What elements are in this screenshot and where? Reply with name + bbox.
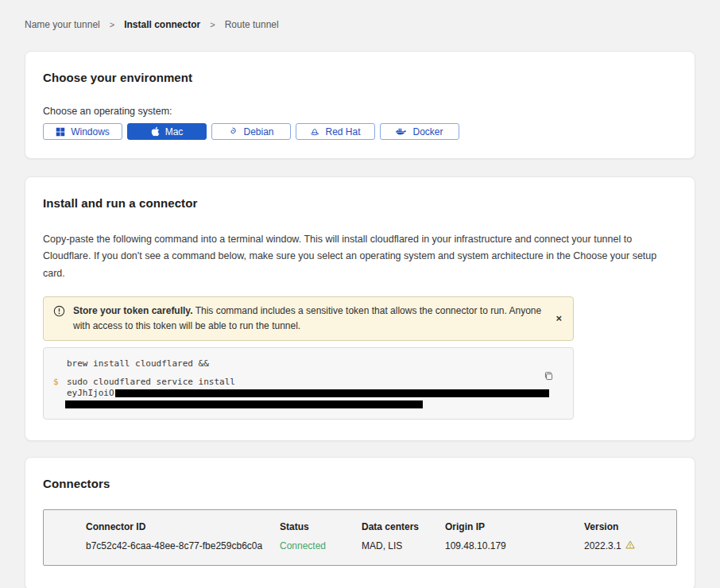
os-button-redhat[interactable]: Red Hat <box>296 123 375 140</box>
col-header-version: Version <box>584 521 676 532</box>
code-line-sudo: $sudo cloudflared service install <box>53 377 541 388</box>
debian-icon <box>228 127 238 137</box>
tunnel-setup-page: Name your tunnel > Install connector > R… <box>0 0 720 588</box>
os-button-mac[interactable]: Mac <box>127 123 207 140</box>
redacted-token-bar <box>65 400 423 408</box>
connectors-card: Connectors Connector ID Status Data cent… <box>25 457 695 588</box>
os-select-label: Choose an operating system: <box>43 106 677 117</box>
col-header-origin-ip: Origin IP <box>445 521 584 532</box>
version-cell: 2022.3.1 <box>584 540 676 551</box>
os-button-label: Debian <box>243 126 273 137</box>
code-line-brew: brew install cloudflared && <box>53 358 541 369</box>
breadcrumb-step-name-tunnel[interactable]: Name your tunnel <box>25 19 100 30</box>
redacted-token-bar <box>115 389 549 397</box>
col-header-status: Status <box>280 521 362 532</box>
table-header-row: Connector ID Status Data centers Origin … <box>86 521 676 532</box>
os-button-windows[interactable]: Windows <box>43 123 122 140</box>
install-card-title: Install and run a connector <box>43 196 677 210</box>
warning-triangle-icon <box>625 540 635 551</box>
os-button-label: Windows <box>71 126 110 137</box>
os-button-group: Windows Mac Debian Red Hat <box>43 123 677 140</box>
breadcrumb-step-install-connector[interactable]: Install connector <box>124 19 200 30</box>
install-card: Install and run a connector Copy-paste t… <box>25 176 695 441</box>
os-button-docker[interactable]: Docker <box>380 123 459 140</box>
environment-card-title: Choose your environment <box>43 71 677 84</box>
col-header-connector-id: Connector ID <box>86 521 280 532</box>
install-description: Copy-paste the following command into a … <box>43 231 675 282</box>
copy-icon[interactable] <box>544 371 554 381</box>
code-line-token-2 <box>53 398 541 409</box>
code-line-sudo-text: sudo cloudflared service install <box>67 377 235 387</box>
info-icon <box>53 305 65 322</box>
breadcrumb-step-route-tunnel[interactable]: Route tunnel <box>225 19 279 30</box>
install-command-code-block: brew install cloudflared && $sudo cloudf… <box>43 347 574 420</box>
chevron-separator: > <box>110 20 114 29</box>
status-badge: Connected <box>280 540 362 551</box>
os-button-label: Red Hat <box>325 126 360 137</box>
token-prefix: eyJhIjoiO <box>67 388 114 398</box>
environment-card: Choose your environment Choose an operat… <box>25 51 695 159</box>
windows-icon <box>56 127 65 137</box>
redhat-icon <box>310 127 319 137</box>
os-button-label: Docker <box>412 126 443 137</box>
version-value: 2022.3.1 <box>584 540 621 551</box>
connector-id-cell: b7c52c42-6caa-48ee-8c77-fbe259cb6c0a <box>86 540 280 551</box>
code-line-token: eyJhIjoiO <box>53 388 541 399</box>
data-centers-cell: MAD, LIS <box>362 540 445 551</box>
origin-ip-cell: 109.48.10.179 <box>445 540 584 551</box>
docker-icon <box>396 127 407 136</box>
token-warning-title: Store your token carefully. <box>73 305 193 316</box>
connectors-card-title: Connectors <box>43 477 677 490</box>
chevron-separator: > <box>210 20 215 29</box>
col-header-data-centers: Data centers <box>362 521 445 532</box>
os-button-label: Mac <box>165 126 184 137</box>
table-row: b7c52c42-6caa-48ee-8c77-fbe259cb6c0a Con… <box>86 540 676 551</box>
apple-icon <box>151 126 160 137</box>
token-warning-banner: Store your token carefully. This command… <box>43 296 574 341</box>
token-warning-text: Store your token carefully. This command… <box>73 304 546 334</box>
close-icon[interactable]: × <box>554 313 563 323</box>
connectors-table: Connector ID Status Data centers Origin … <box>43 509 677 566</box>
breadcrumb: Name your tunnel > Install connector > R… <box>25 0 695 30</box>
os-button-debian[interactable]: Debian <box>211 123 291 140</box>
shell-prompt: $ <box>53 377 59 388</box>
